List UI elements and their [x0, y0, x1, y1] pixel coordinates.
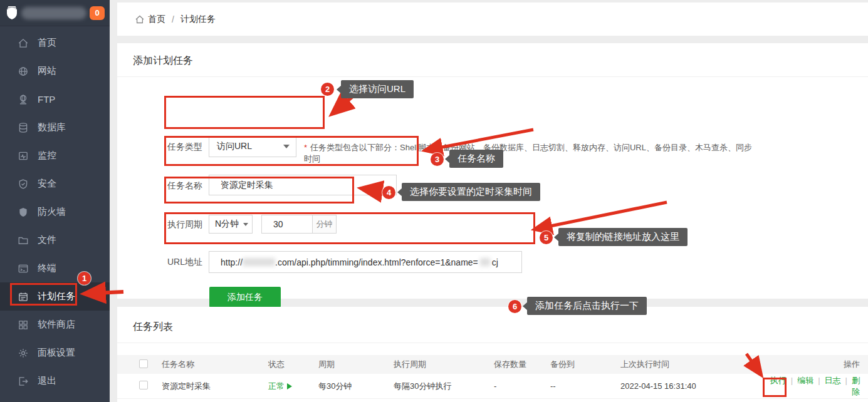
url-end: cj [492, 257, 498, 267]
period-unit-select[interactable]: N分钟 [209, 215, 253, 234]
link-separator: | [845, 376, 847, 385]
table-header: 任务名称 状态 周期 执行周期 保存数量 备份到 上次执行时间 操作 [117, 355, 868, 374]
task-name-value: 资源定时采集 [221, 180, 273, 191]
add-task-button[interactable]: 添加任务 [209, 287, 281, 307]
sidebar-item-cron[interactable]: 计划任务 [0, 282, 110, 311]
sidebar: 0 首页 网站 FTP 数据库 监控 安全 防火墙 [0, 0, 110, 402]
chevron-down-icon [243, 223, 248, 226]
period-unit-selected: N分钟 [215, 219, 239, 230]
table-row: 资源定时采集 正常 每30分钟 每隔30分钟执行 - -- 2022-04-15… [117, 374, 868, 399]
url-input[interactable]: http://.com/api.php/timming/index.html?e… [209, 251, 522, 273]
task-list-title: 任务列表 [117, 307, 868, 343]
home-icon [18, 38, 29, 49]
sidebar-item-files[interactable]: 文件 [0, 226, 110, 254]
status-badge: 正常 [268, 381, 285, 391]
firewall-shield-icon [18, 207, 29, 218]
sidebar-item-label: 文件 [38, 234, 56, 246]
run-task-link[interactable]: 执行 [770, 376, 787, 385]
task-type-selected: 访问URL [217, 141, 252, 152]
ftp-icon [18, 94, 29, 105]
sidebar-item-firewall[interactable]: 防火墙 [0, 198, 110, 226]
monitor-icon [18, 150, 29, 162]
apps-grid-icon [18, 319, 29, 331]
select-all-checkbox[interactable] [139, 359, 148, 368]
folder-icon [18, 235, 29, 246]
sidebar-item-logout[interactable]: 退出 [0, 367, 110, 395]
col-status: 状态 [268, 359, 318, 370]
url-host-blurred [243, 258, 275, 266]
sidebar-item-label: 终端 [38, 262, 56, 274]
home-icon [135, 14, 145, 25]
sidebar-item-settings[interactable]: 面板设置 [0, 339, 110, 367]
terminal-icon [18, 263, 29, 274]
server-name-blurred [21, 7, 86, 19]
link-separator: | [791, 376, 793, 385]
edit-task-link[interactable]: 编辑 [797, 376, 813, 385]
sidebar-item-home[interactable]: 首页 [0, 29, 110, 57]
cell-task-name: 资源定时采集 [162, 381, 268, 392]
sidebar-item-label: 计划任务 [38, 291, 75, 302]
add-task-title: 添加计划任务 [117, 43, 868, 77]
sidebar-item-security[interactable]: 安全 [0, 170, 110, 198]
url-mid: .com/api.php/timming/index.html?enforce=… [275, 257, 478, 267]
period-value-input[interactable]: 30 [261, 215, 313, 234]
period-value: 30 [273, 219, 283, 229]
sidebar-item-ftp[interactable]: FTP [0, 85, 110, 113]
url-prefix: http:// [221, 257, 243, 267]
sidebar-item-label: FTP [38, 94, 55, 105]
database-icon [18, 122, 29, 133]
cell-backup-to: -- [550, 381, 620, 391]
task-name-input[interactable]: 资源定时采集 [209, 175, 397, 195]
col-exec-cycle: 执行周期 [394, 359, 494, 370]
breadcrumb-home[interactable]: 首页 [148, 14, 165, 25]
sidebar-item-terminal[interactable]: 终端 [0, 254, 110, 282]
breadcrumb: 首页 / 计划任务 [117, 3, 868, 36]
sidebar-header: 0 [0, 0, 110, 26]
panel-logo-icon [5, 6, 19, 21]
task-list-panel: 任务列表 任务名称 状态 周期 执行周期 保存数量 备份到 上次执行时间 操作 … [117, 307, 868, 402]
sidebar-item-label: 首页 [38, 37, 56, 49]
sidebar-item-label: 退出 [38, 375, 56, 387]
breadcrumb-current: 计划任务 [180, 14, 216, 25]
task-type-hint: *任务类型包含以下部分：Shell脚本、备份网站、备份数据库、日志切割、释放内存… [304, 142, 755, 165]
cell-cycle: 每30分钟 [318, 381, 394, 392]
sidebar-item-database[interactable]: 数据库 [0, 113, 110, 142]
delete-task-link[interactable]: 删除 [852, 376, 860, 396]
period-unit-suffix: 分钟 [313, 215, 337, 234]
shield-check-icon [18, 178, 29, 190]
col-task-name: 任务名称 [162, 359, 268, 370]
play-icon[interactable] [287, 383, 292, 389]
log-task-link[interactable]: 日志 [825, 376, 841, 385]
gear-icon [18, 348, 29, 359]
message-count-badge[interactable]: 0 [90, 6, 105, 20]
logout-icon [18, 376, 29, 387]
sidebar-item-label: 数据库 [38, 121, 66, 133]
url-label: URL地址 [167, 257, 202, 268]
sidebar-item-monitor[interactable]: 监控 [0, 142, 110, 170]
col-last-run: 上次执行时间 [620, 359, 763, 370]
sidebar-item-label: 网站 [38, 65, 56, 77]
col-keep-count: 保存数量 [494, 359, 550, 370]
sidebar-menu: 首页 网站 FTP 数据库 监控 安全 防火墙 文件 [0, 26, 110, 395]
period-label: 执行周期 [167, 219, 202, 230]
sidebar-item-label: 面板设置 [38, 347, 75, 359]
calendar-icon [18, 291, 29, 302]
row-checkbox[interactable] [139, 381, 148, 389]
task-type-select[interactable]: 访问URL [209, 136, 296, 157]
task-type-hint-text: 任务类型包含以下部分：Shell脚本、备份网站、备份数据库、日志切割、释放内存、… [304, 143, 752, 163]
cell-keep-count: - [494, 381, 550, 391]
sidebar-item-label: 安全 [38, 178, 56, 190]
url-param-blurred [480, 258, 490, 266]
link-separator: | [818, 376, 820, 385]
add-task-panel: 添加计划任务 任务类型 访问URL *任务类型包含以下部分：Shell脚本、备份… [117, 43, 868, 299]
task-type-label: 任务类型 [167, 142, 202, 153]
sidebar-item-website[interactable]: 网站 [0, 57, 110, 85]
cell-exec-cycle: 每隔30分钟执行 [394, 381, 494, 392]
sidebar-item-label: 监控 [38, 150, 56, 162]
sidebar-item-label: 软件商店 [38, 319, 75, 331]
sidebar-item-appstore[interactable]: 软件商店 [0, 311, 110, 339]
globe-icon [18, 66, 29, 77]
sidebar-item-label: 防火墙 [38, 206, 66, 218]
cell-last-run: 2022-04-15 16:31:40 [620, 381, 763, 391]
col-cycle: 周期 [318, 359, 394, 370]
